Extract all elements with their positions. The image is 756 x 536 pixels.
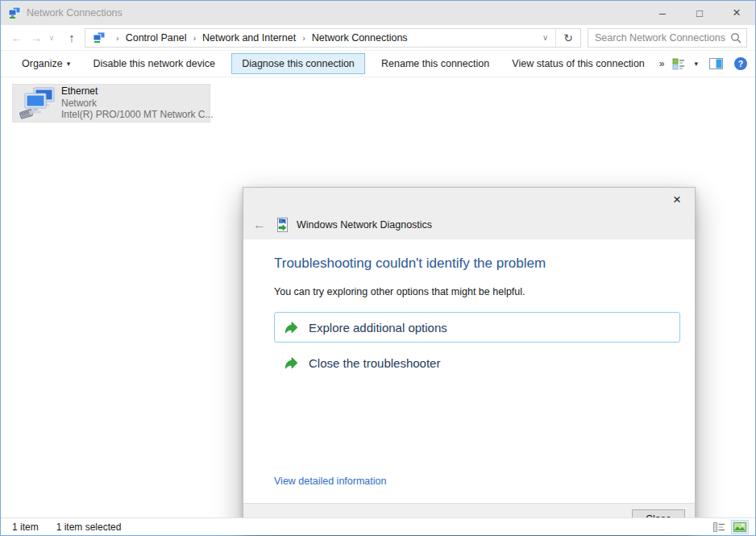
view-status-button[interactable]: View status of this connection (505, 54, 650, 73)
details-view-button[interactable] (710, 520, 728, 534)
diagnose-connection-button[interactable]: Diagnose this connection (231, 53, 365, 74)
address-bar: ← → ∨ ↑ › Control Panel › Network and In… (1, 25, 755, 51)
more-commands-icon[interactable]: » (651, 58, 673, 69)
dialog-app-title: Windows Network Diagnostics (297, 219, 432, 231)
ethernet-adapter-icon (18, 86, 56, 120)
change-view-button[interactable]: ▾ (672, 58, 698, 70)
network-connections-icon (7, 6, 22, 19)
connection-status: Network (61, 98, 214, 110)
search-input[interactable] (595, 32, 730, 44)
details-view-icon (713, 522, 725, 532)
option-label: Close the troubleshooter (309, 356, 440, 370)
breadcrumb-separator-icon: › (186, 33, 202, 43)
network-diagnostics-icon (274, 217, 290, 233)
option-label: Explore additional options (309, 321, 447, 334)
breadcrumb-separator-icon: › (110, 33, 126, 43)
chevron-down-icon: ▾ (67, 60, 71, 68)
dialog-close-icon[interactable]: × (667, 190, 687, 210)
up-icon[interactable]: ↑ (62, 28, 81, 48)
dialog-back-icon[interactable]: ← (253, 218, 274, 232)
green-arrow-icon (285, 356, 298, 370)
preview-pane-icon[interactable] (709, 58, 723, 69)
back-icon[interactable]: ← (7, 28, 27, 48)
option-close-troubleshooter[interactable]: Close the troubleshooter (274, 347, 680, 378)
help-icon[interactable]: ? (734, 57, 747, 70)
list-item-ethernet[interactable]: Ethernet Network Intel(R) PRO/1000 MT Ne… (12, 84, 210, 123)
file-list-area[interactable]: Ethernet Network Intel(R) PRO/1000 MT Ne… (1, 77, 755, 518)
close-button[interactable]: × (718, 1, 755, 25)
minimize-button[interactable]: – (644, 1, 681, 25)
breadcrumb[interactable]: › Control Panel › Network and Internet ›… (85, 28, 581, 48)
command-toolbar: Organize ▾ Disable this network device D… (1, 51, 755, 77)
option-explore-additional[interactable]: Explore additional options (274, 312, 680, 343)
dialog-header: × ← Windows Network Diagnostics (243, 188, 695, 239)
green-arrow-icon (285, 321, 298, 334)
address-dropdown-icon[interactable]: ∨ (535, 33, 555, 42)
breadcrumb-network-connections[interactable]: Network Connections (312, 32, 408, 44)
breadcrumb-separator-icon: › (296, 33, 312, 43)
organize-label: Organize (22, 58, 63, 69)
title-bar: Network Connections – □ × (1, 1, 755, 25)
chevron-down-icon: ▾ (694, 60, 698, 68)
organize-button[interactable]: Organize ▾ (15, 54, 77, 73)
search-box (588, 28, 747, 48)
disable-device-button[interactable]: Disable this network device (86, 54, 221, 73)
dialog-description: You can try exploring other options that… (274, 286, 525, 297)
connection-device: Intel(R) PRO/1000 MT Network C... (61, 109, 214, 121)
dialog-heading: Troubleshooting couldn't identify the pr… (274, 256, 546, 272)
view-detailed-information-link[interactable]: View detailed information (274, 476, 386, 487)
connection-name: Ethernet (61, 85, 214, 98)
details-view-icon (672, 58, 686, 70)
location-icon (92, 31, 106, 44)
item-count: 1 item (12, 521, 39, 533)
status-bar: 1 item 1 item selected (1, 517, 755, 535)
selected-count: 1 item selected (56, 521, 122, 533)
large-icons-view-icon (733, 522, 746, 532)
network-connections-window: Network Connections – □ × ← → ∨ ↑ › Cont… (0, 0, 756, 536)
search-icon[interactable] (730, 32, 741, 44)
forward-icon[interactable]: → (27, 28, 46, 48)
window-title: Network Connections (27, 7, 123, 19)
rename-connection-button[interactable]: Rename this connection (375, 54, 496, 73)
breadcrumb-control-panel[interactable]: Control Panel (126, 32, 187, 44)
large-icons-view-button[interactable] (731, 520, 749, 534)
refresh-icon[interactable]: ↻ (555, 29, 580, 47)
maximize-button[interactable]: □ (681, 1, 718, 25)
history-chevron-icon[interactable]: ∨ (46, 28, 57, 48)
network-diagnostics-dialog: × ← Windows Network Diagnostics Troubles… (243, 187, 696, 534)
breadcrumb-network-and-internet[interactable]: Network and Internet (202, 32, 296, 44)
dialog-body: Troubleshooting couldn't identify the pr… (243, 239, 695, 503)
